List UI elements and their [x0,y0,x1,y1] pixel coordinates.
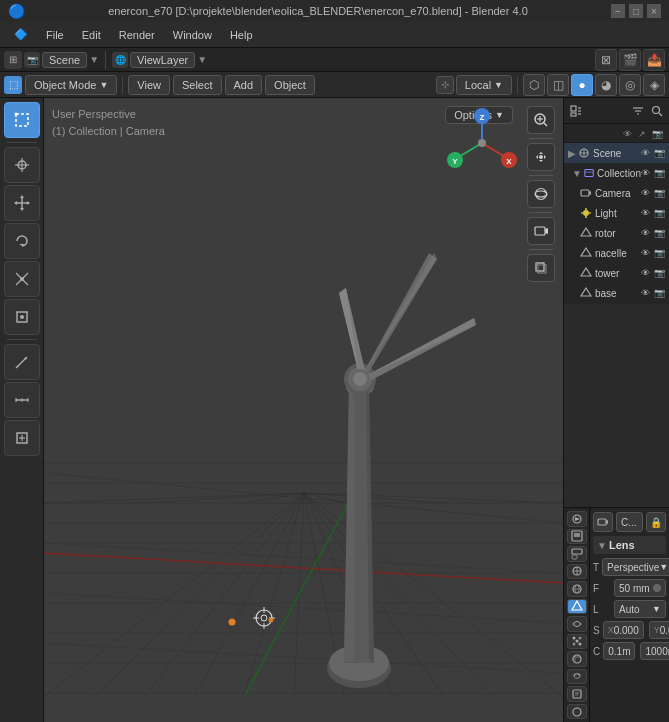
nacelle-vis-icon[interactable]: 👁 [641,248,650,258]
orbit-button[interactable] [527,180,555,208]
outliner-type-icon[interactable] [568,103,584,119]
add-cube-tool[interactable] [4,420,40,456]
clip-end-field[interactable]: 1000m [640,642,669,660]
transform-icon[interactable]: ⊹ [436,76,454,94]
maximize-button[interactable]: □ [629,4,643,18]
add-menu-button[interactable]: Add [225,75,263,95]
zoom-in-button[interactable] [527,106,555,134]
local-button[interactable]: Local ▼ [456,75,512,95]
outliner-row-rotor[interactable]: rotor 👁 📷 [564,223,669,243]
outliner-row-nacelle[interactable]: nacelle 👁 📷 [564,243,669,263]
prop-camera-icon[interactable] [593,512,613,532]
camera-vis-icon[interactable]: 👁 [641,188,650,198]
focal-length-field[interactable]: 50 mm [614,579,666,597]
base-vis-icon[interactable]: 👁 [641,288,650,298]
measure-tool[interactable] [4,382,40,418]
viewport[interactable]: User Perspective (1) Collection | Camera… [44,98,563,722]
menu-edit[interactable]: Edit [74,27,109,43]
prop-tab-constraints[interactable] [567,669,587,685]
minimize-button[interactable]: − [611,4,625,18]
outliner-filter-icon[interactable] [630,103,646,119]
clip-start-field[interactable]: 0.1m [603,642,635,660]
object-menu-button[interactable]: Object [265,75,315,95]
axis-gizmo[interactable]: Z X Y [447,108,517,178]
viewlayer-selector[interactable]: ViewLayer [130,52,195,68]
prop-tab-scene[interactable] [567,564,587,580]
rotate-tool[interactable] [4,223,40,259]
prop-tab-view[interactable] [567,546,587,562]
output-icon[interactable]: 📤 [643,49,665,71]
prop-tab-render[interactable] [567,511,587,527]
rotor-vis-icon[interactable]: 👁 [641,228,650,238]
compositor-icon[interactable]: ⊠ [595,49,617,71]
base-render-icon[interactable]: 📷 [654,288,665,298]
lens-section-header[interactable]: ▼ Lens [593,536,666,554]
cursor-tool[interactable] [4,147,40,183]
scene-render-icon[interactable]: 📷 [654,148,665,158]
solid-icon[interactable]: ● [571,74,593,96]
annotate-tool[interactable] [4,344,40,380]
transform-tool[interactable] [4,299,40,335]
prop-tab-output[interactable] [567,529,587,545]
eevee-icon[interactable]: ◈ [643,74,665,96]
prop-tab-material[interactable] [567,704,587,720]
scene-dropdown-icon[interactable]: ▼ [89,54,99,65]
outliner-row-scene[interactable]: ▶ Scene 👁 📷 [564,143,669,163]
select-menu-button[interactable]: Select [173,75,222,95]
shift-x-field[interactable]: X 0.000 [603,621,644,639]
light-vis-icon[interactable]: 👁 [641,208,650,218]
nacelle-render-icon[interactable]: 📷 [654,248,665,258]
perspective-ortho-button[interactable] [527,254,555,282]
scene-vis-icon[interactable]: 👁 [641,148,650,158]
transform-controls: ⊹ Local ▼ [436,75,512,95]
light-render-icon[interactable]: 📷 [654,208,665,218]
menu-render[interactable]: Render [111,27,163,43]
camera-name-field[interactable]: C... [616,512,643,532]
viewlayer-dropdown-icon[interactable]: ▼ [197,54,207,65]
camera-lock-icon[interactable]: 🔒 [646,512,666,532]
shift-y-field[interactable]: Y 0.000 [649,621,669,639]
tower-vis-icon[interactable]: 👁 [641,268,650,278]
prop-tab-particles[interactable] [567,634,587,650]
close-button[interactable]: × [647,4,661,18]
outliner-row-base[interactable]: base 👁 📷 [564,283,669,303]
prop-tab-data[interactable] [567,686,587,702]
menu-file[interactable]: File [38,27,72,43]
menu-window[interactable]: Window [165,27,220,43]
outliner-search-icon[interactable] [649,103,665,119]
scale-tool[interactable] [4,261,40,297]
material-icon[interactable]: ◕ [595,74,617,96]
scene-selector[interactable]: Scene [42,52,87,68]
window-title: enercon_e70 [D:\projekte\blender\eolica_… [25,5,611,17]
workspace-icon[interactable]: ⊞ [4,51,22,69]
rendered-icon[interactable]: ◎ [619,74,641,96]
view-menu-button[interactable]: View [128,75,170,95]
svg-point-105 [536,189,547,200]
sensor-fit-field[interactable]: Auto ▼ [614,600,666,618]
rotor-render-icon[interactable]: 📷 [654,228,665,238]
camera-render-icon[interactable]: 📷 [654,188,665,198]
menu-blender[interactable]: 🔷 [6,26,36,43]
move-tool[interactable] [4,185,40,221]
mesh-icon-3 [580,267,592,279]
outliner-row-camera[interactable]: Camera 👁 📷 [564,183,669,203]
prop-tab-physics[interactable] [567,651,587,667]
outliner-row-collection[interactable]: ▼ Collection 👁 📷 [564,163,669,183]
col-vis-icon[interactable]: 👁 [641,168,650,178]
lens-type-field[interactable]: Perspective ▼ [602,558,669,576]
outliner-row-tower[interactable]: tower 👁 📷 [564,263,669,283]
render-icon[interactable]: 🎬 [619,49,641,71]
prop-tab-modifier[interactable] [567,616,587,632]
overlay-icon[interactable]: ⬡ [523,74,545,96]
col-render-icon[interactable]: 📷 [654,168,665,178]
object-mode-button[interactable]: Object Mode ▼ [25,75,117,95]
select-box-tool[interactable] [4,102,40,138]
prop-tab-world[interactable] [567,581,587,597]
outliner-row-light[interactable]: Light 👁 📷 [564,203,669,223]
camera-view-button[interactable] [527,217,555,245]
prop-tab-object[interactable] [567,599,587,615]
xray-icon[interactable]: ◫ [547,74,569,96]
menu-help[interactable]: Help [222,27,261,43]
pan-button[interactable] [527,143,555,171]
tower-render-icon[interactable]: 📷 [654,268,665,278]
